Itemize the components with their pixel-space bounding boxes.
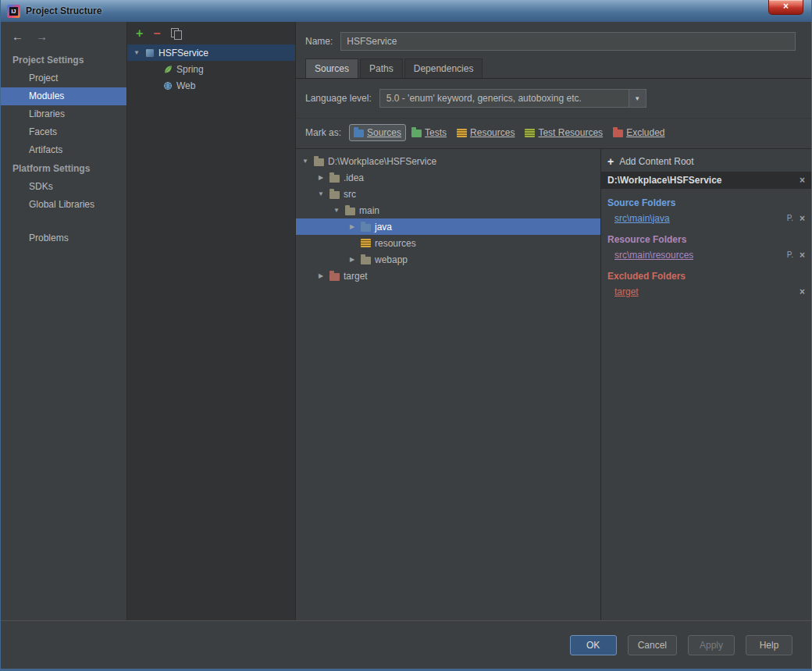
language-level-label: Language level: bbox=[305, 93, 372, 104]
mark-tests-button[interactable]: Tests bbox=[407, 124, 451, 141]
language-level-select[interactable]: 5.0 - 'enum' keyword, generics, autoboxi… bbox=[379, 89, 646, 108]
remove-folder-icon[interactable]: × bbox=[800, 286, 805, 297]
title-bar[interactable]: IJ Project Structure × bbox=[1, 0, 811, 22]
resource-folder-item: src\main\resources P. × bbox=[601, 247, 811, 262]
chevron-right-icon[interactable]: ▶ bbox=[347, 256, 357, 263]
project-structure-dialog: IJ Project Structure × ← → Project Setti… bbox=[0, 0, 812, 671]
apply-button[interactable]: Apply bbox=[688, 635, 735, 655]
chevron-down-icon[interactable]: ▼ bbox=[132, 49, 141, 56]
resources-icon bbox=[457, 129, 467, 137]
sidebar-spacer bbox=[1, 214, 126, 229]
excluded-folder-icon bbox=[613, 130, 623, 137]
source-folder-icon bbox=[361, 224, 371, 232]
facet-label: Spring bbox=[176, 64, 204, 75]
chevron-down-icon[interactable]: ▼ bbox=[301, 158, 310, 165]
tree-row-target[interactable]: ▶ target bbox=[296, 268, 600, 284]
sidebar-item-sdks[interactable]: SDKs bbox=[1, 178, 126, 196]
tree-row-resources[interactable]: resources bbox=[296, 235, 600, 251]
source-folder-link[interactable]: src\main\java bbox=[614, 213, 670, 224]
tree-row-idea[interactable]: ▶ .idea bbox=[296, 169, 600, 186]
spring-icon bbox=[163, 65, 173, 74]
sidebar-item-global-libraries[interactable]: Global Libraries bbox=[1, 196, 126, 214]
tree-label: target bbox=[344, 271, 368, 282]
help-button[interactable]: Help bbox=[746, 635, 792, 655]
tree-label: main bbox=[359, 205, 379, 216]
remove-content-root-icon[interactable]: × bbox=[800, 175, 805, 186]
window-close-button[interactable]: × bbox=[768, 0, 803, 15]
add-content-root-button[interactable]: + Add Content Root bbox=[601, 151, 811, 172]
sidebar-item-libraries[interactable]: Libraries bbox=[1, 105, 126, 123]
folder-icon bbox=[345, 208, 355, 215]
chevron-right-icon[interactable]: ▶ bbox=[347, 223, 357, 230]
intellij-logo-icon: IJ bbox=[7, 5, 20, 18]
remove-module-button[interactable]: − bbox=[153, 28, 160, 39]
editor-tabs: Sources Paths Dependencies bbox=[296, 59, 811, 79]
chevron-down-icon[interactable]: ▼ bbox=[316, 190, 326, 197]
folder-properties-icon[interactable]: P. bbox=[787, 250, 793, 259]
sidebar-item-problems[interactable]: Problems bbox=[1, 229, 126, 247]
chevron-down-icon[interactable]: ▼ bbox=[629, 90, 646, 107]
dialog-body: ← → Project Settings Project Modules Lib… bbox=[1, 22, 811, 620]
tree-row-java[interactable]: ▶ java bbox=[296, 218, 600, 235]
name-row: Name: bbox=[296, 22, 811, 59]
module-tree-row-web[interactable]: Web bbox=[127, 77, 295, 94]
folder-properties-icon[interactable]: P. bbox=[787, 214, 793, 222]
content-root-header[interactable]: D:\Workplace\HSFService × bbox=[601, 172, 811, 189]
folder-icon bbox=[329, 175, 340, 183]
folders-panel: + Add Content Root D:\Workplace\HSFServi… bbox=[600, 149, 811, 620]
tab-dependencies[interactable]: Dependencies bbox=[404, 59, 483, 78]
window-title: Project Structure bbox=[26, 5, 102, 16]
facet-label: Web bbox=[176, 80, 195, 91]
add-module-button[interactable]: + bbox=[136, 28, 143, 39]
tree-label: resources bbox=[375, 238, 416, 249]
source-folder-item: src\main\java P. × bbox=[601, 211, 811, 225]
name-label: Name: bbox=[305, 36, 333, 47]
modules-toolbar: + − bbox=[127, 22, 295, 44]
mark-sources-button[interactable]: Sources bbox=[349, 124, 406, 141]
ok-button[interactable]: OK bbox=[570, 635, 617, 655]
tree-label: webapp bbox=[375, 254, 408, 265]
source-folder-icon bbox=[354, 130, 364, 137]
tab-sources[interactable]: Sources bbox=[305, 59, 358, 78]
tree-label: D:\Workplace\HSFService bbox=[328, 156, 436, 167]
module-name-input[interactable] bbox=[340, 32, 796, 51]
module-tree-row-spring[interactable]: Spring bbox=[127, 61, 295, 77]
resource-folder-link[interactable]: src\main\resources bbox=[614, 250, 693, 261]
excluded-folder-link[interactable]: target bbox=[614, 286, 639, 297]
tree-label: java bbox=[375, 222, 392, 233]
mark-resources-button[interactable]: Resources bbox=[452, 124, 519, 141]
tree-row-main[interactable]: ▼ main bbox=[296, 202, 600, 218]
content-root-tree: ▼ D:\Workplace\HSFService ▶ .idea ▼ src bbox=[296, 149, 600, 620]
dialog-footer: OK Cancel Apply Help bbox=[1, 620, 811, 669]
forward-arrow-icon[interactable]: → bbox=[36, 30, 48, 43]
copy-module-button[interactable] bbox=[171, 28, 181, 39]
tree-row-webapp[interactable]: ▶ webapp bbox=[296, 251, 600, 268]
chevron-right-icon[interactable]: ▶ bbox=[316, 174, 326, 181]
excluded-folder-icon bbox=[329, 273, 340, 281]
sidebar-item-modules[interactable]: Modules bbox=[1, 87, 126, 105]
web-icon bbox=[163, 81, 173, 91]
remove-folder-icon[interactable]: × bbox=[800, 213, 805, 224]
settings-sidebar: ← → Project Settings Project Modules Lib… bbox=[1, 22, 127, 620]
module-label: HSFService bbox=[158, 48, 208, 59]
tree-row-content-root[interactable]: ▼ D:\Workplace\HSFService bbox=[296, 153, 600, 169]
module-tree-row-hsfservice[interactable]: ▼ HSFService bbox=[127, 44, 295, 61]
sidebar-item-artifacts[interactable]: Artifacts bbox=[1, 141, 126, 159]
chevron-down-icon[interactable]: ▼ bbox=[332, 207, 341, 214]
back-arrow-icon[interactable]: ← bbox=[12, 30, 23, 43]
cancel-button[interactable]: Cancel bbox=[628, 635, 677, 655]
resources-icon bbox=[361, 239, 371, 247]
project-settings-header: Project Settings bbox=[1, 51, 126, 69]
sidebar-item-project[interactable]: Project bbox=[1, 69, 126, 87]
mark-test-resources-button[interactable]: Test Resources bbox=[520, 124, 607, 141]
tab-paths[interactable]: Paths bbox=[360, 59, 403, 78]
sidebar-item-facets[interactable]: Facets bbox=[1, 123, 126, 141]
history-nav: ← → bbox=[1, 27, 126, 51]
tree-row-src[interactable]: ▼ src bbox=[296, 186, 600, 202]
excluded-folder-item: target × bbox=[601, 284, 811, 299]
mark-excluded-button[interactable]: Excluded bbox=[608, 124, 669, 141]
remove-folder-icon[interactable]: × bbox=[800, 250, 805, 261]
platform-settings-header: Platform Settings bbox=[1, 159, 126, 178]
mark-as-label: Mark as: bbox=[305, 127, 341, 138]
chevron-right-icon[interactable]: ▶ bbox=[316, 272, 326, 279]
